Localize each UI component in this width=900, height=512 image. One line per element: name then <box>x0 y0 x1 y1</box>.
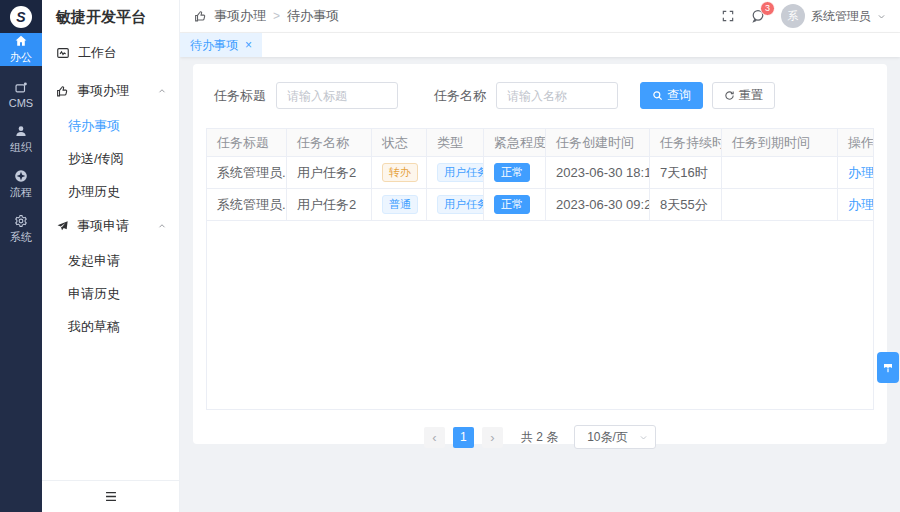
status-tag: 正常 <box>494 195 530 214</box>
chevron-up-icon <box>157 86 167 96</box>
table-cell: 系统管理员... <box>207 157 287 188</box>
skin-icon <box>882 361 894 375</box>
rail-item-label: 流程 <box>10 185 32 200</box>
sidebar-item-workbench[interactable]: 工作台 <box>42 33 179 73</box>
sidebar-item-label: 申请历史 <box>68 285 120 303</box>
thumb-up-icon <box>194 10 207 23</box>
table-cell: 办理 <box>838 189 873 220</box>
column-header: 状态 <box>372 129 427 156</box>
refresh-icon <box>724 90 735 101</box>
paper-plane-icon <box>56 220 69 233</box>
reset-button[interactable]: 重置 <box>712 82 775 109</box>
table-cell: 2023-06-30 09:22:19 <box>546 189 650 220</box>
page-size-value: 10条/页 <box>587 429 628 446</box>
column-header: 任务标题 <box>207 129 287 156</box>
page-number[interactable]: 1 <box>453 427 474 448</box>
sidebar-group-label: 事项申请 <box>77 217 129 235</box>
caret-down-icon <box>877 12 886 21</box>
sidebar-item-label: 办理历史 <box>68 183 120 201</box>
sidebar-item-handle-history[interactable]: 办理历史 <box>42 175 179 208</box>
app-logo[interactable]: S <box>0 0 42 33</box>
sidebar-item-cc-circulate[interactable]: 抄送/传阅 <box>42 142 179 175</box>
status-tag: 普通 <box>382 195 418 214</box>
sidebar-group-task-handling[interactable]: 事项办理 <box>42 73 179 109</box>
app-title: 敏捷开发平台 <box>42 0 179 33</box>
close-icon[interactable]: × <box>245 39 252 51</box>
rail-item-label: CMS <box>9 97 33 109</box>
fullscreen-icon[interactable] <box>721 9 735 23</box>
status-tag: 用户任务 <box>437 163 484 182</box>
notification-badge: 3 <box>760 1 775 16</box>
table-body: 系统管理员...用户任务2转办用户任务正常2023-06-30 18:17:16… <box>207 157 873 221</box>
sidebar-menu: 工作台 事项办理 待办事项 抄送/传阅 办理历史 事项申请 <box>42 33 179 343</box>
sidebar-group-task-apply[interactable]: 事项申请 <box>42 208 179 244</box>
rail-item-label: 办公 <box>10 50 32 65</box>
prev-page-button[interactable]: ‹ <box>424 427 445 448</box>
home-icon <box>14 34 28 48</box>
breadcrumb-current: 待办事项 <box>287 7 339 25</box>
content-area: 任务标题 任务名称 查询 重置 <box>180 57 900 512</box>
sidebar-item-todo-tasks[interactable]: 待办事项 <box>42 109 179 142</box>
user-icon <box>14 124 28 138</box>
table-header-row: 任务标题任务名称状态类型紧急程度任务创建时间任务持续时间任务到期时间操作 <box>207 129 873 157</box>
handle-link[interactable]: 办理 <box>848 164 873 182</box>
tab-todo-tasks[interactable]: 待办事项 × <box>180 33 262 57</box>
next-page-button[interactable]: › <box>482 427 503 448</box>
breadcrumb-separator: > <box>273 9 280 23</box>
status-tag: 用户任务 <box>437 195 484 214</box>
sidebar-item-start-apply[interactable]: 发起申请 <box>42 244 179 277</box>
table-cell: 用户任务2 <box>287 189 372 220</box>
thumb-up-icon <box>56 85 69 98</box>
rail-item-system[interactable]: 系统 <box>0 213 42 246</box>
sidebar-group-label: 事项办理 <box>77 82 129 100</box>
table-cell: 正常 <box>484 157 546 188</box>
table-cell: 7天16时 <box>650 157 722 188</box>
query-button[interactable]: 查询 <box>640 82 703 109</box>
rail-item-label: 系统 <box>10 230 32 245</box>
rail-item-org[interactable]: 组织 <box>0 123 42 156</box>
table-cell: 办理 <box>838 157 873 188</box>
column-header: 任务创建时间 <box>546 129 650 156</box>
column-header: 任务到期时间 <box>722 129 838 156</box>
table-cell: 系统管理员... <box>207 189 287 220</box>
status-tag: 转办 <box>382 163 418 182</box>
table-row: 系统管理员...用户任务2普通用户任务正常2023-06-30 09:22:19… <box>207 189 873 221</box>
task-title-input[interactable] <box>276 82 398 109</box>
logo-icon: S <box>10 6 32 28</box>
rail-item-office[interactable]: 办公 <box>0 33 42 66</box>
sidebar: 敏捷开发平台 工作台 事项办理 待办事项 抄送/传阅 办理历史 <box>42 0 180 512</box>
table-cell: 正常 <box>484 189 546 220</box>
sidebar-item-label: 我的草稿 <box>68 318 120 336</box>
browser-icon <box>14 81 28 95</box>
theme-panel-button[interactable] <box>877 352 899 383</box>
breadcrumb-parent[interactable]: 事项办理 <box>214 7 266 25</box>
status-tag: 正常 <box>494 163 530 182</box>
rail-item-cms[interactable]: CMS <box>0 78 42 111</box>
task-name-input[interactable] <box>496 82 618 109</box>
page-size-select[interactable]: 10条/页 <box>574 425 656 449</box>
rail-item-flow[interactable]: 流程 <box>0 168 42 201</box>
table-cell: 用户任务 <box>427 189 484 220</box>
rail-item-label: 组织 <box>10 140 32 155</box>
table-cell <box>722 189 838 220</box>
sidebar-item-label: 待办事项 <box>68 117 120 135</box>
notification-icon[interactable]: 3 <box>750 8 766 24</box>
column-header: 任务名称 <box>287 129 372 156</box>
pagination: ‹ 1 › 共 2 条 10条/页 <box>206 425 874 449</box>
column-header: 类型 <box>427 129 484 156</box>
table-cell: 用户任务2 <box>287 157 372 188</box>
workbench-icon <box>56 46 70 60</box>
user-menu[interactable]: 系 系统管理员 <box>781 4 886 28</box>
task-title-label: 任务标题 <box>214 87 266 105</box>
table-cell: 转办 <box>372 157 427 188</box>
sidebar-collapse-button[interactable] <box>42 480 179 512</box>
icon-rail: S 办公 CMS 组织 流程 系统 <box>0 0 42 512</box>
sidebar-item-my-drafts[interactable]: 我的草稿 <box>42 310 179 343</box>
topbar-actions: 3 系 系统管理员 <box>721 4 886 28</box>
total-count: 共 2 条 <box>521 429 558 446</box>
search-icon <box>652 90 663 101</box>
sidebar-item-apply-history[interactable]: 申请历史 <box>42 277 179 310</box>
gear-icon <box>14 214 28 228</box>
handle-link[interactable]: 办理 <box>848 196 873 214</box>
search-form: 任务标题 任务名称 查询 重置 <box>206 82 874 109</box>
